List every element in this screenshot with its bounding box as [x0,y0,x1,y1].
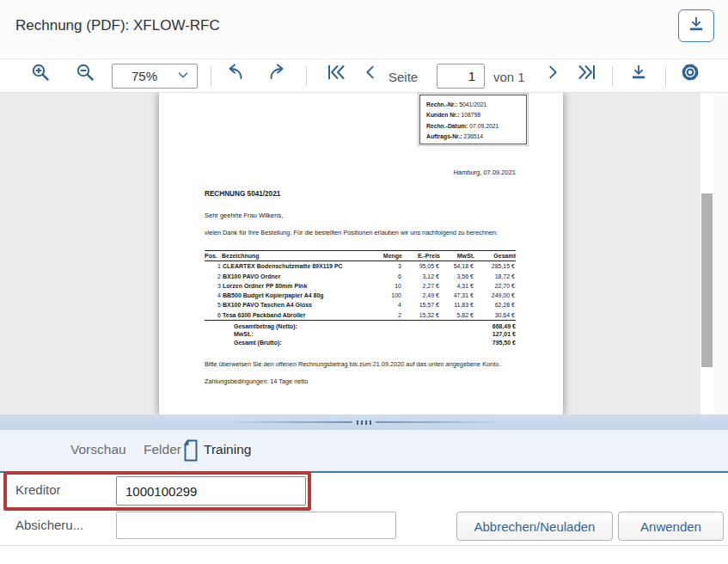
splitter-bar[interactable] [0,414,728,430]
page-title: Rechnung (PDF): XFLOW-RFC [15,17,220,34]
window-header: Rechnung (PDF): XFLOW-RFC [0,0,728,58]
cancel-reload-button[interactable]: Abbrechen/Neuladen [456,512,613,541]
invoice-date-line: Rechn.-Datum: 07.09.2021 [426,121,526,132]
fields-form: Kreditor Absicheru... Abbrechen/Neuladen… [0,473,728,564]
payment-note: Bitte überweisen Sie den offenen Rechnun… [205,360,500,368]
total-brutto-row: Gesamt (Brutto):795,50 € [205,339,516,346]
tab-training[interactable]: Training [204,442,251,457]
invoice-items-table: Pos. Bezeichnung Menge E.-Preis MwSt. Ge… [205,250,516,320]
total-mwst-row: MwSt.:127,01 € [205,330,516,338]
zoom-out-button[interactable] [70,59,100,89]
download-icon [687,15,706,37]
page-number-input[interactable] [437,64,485,89]
intro-text: vielen Dank für Ihre Bestellung. Für die… [205,229,498,236]
scrollbar-thumb[interactable] [701,193,713,367]
zoom-in-icon [30,62,51,86]
bottom-divider [0,545,728,546]
settings-button[interactable] [676,59,705,89]
kreditor-input[interactable] [116,476,306,506]
chevron-left-icon [361,63,380,85]
invoice-info-box: Rechn.-Nr.: 5041/2021 Kunden Nr.: 108798… [419,95,527,144]
absicherung-input[interactable] [116,512,396,539]
toolbar-separator [306,66,307,87]
order-number-line: Auftrags-Nr.: 236514 [426,132,526,142]
download-icon [629,63,648,85]
salutation: Sehr geehrte Frau Wilkens, [205,212,283,219]
invoice-viewer-window: Rechnung (PDF): XFLOW-RFC 75% [0,0,728,564]
zoom-level-select[interactable]: 75% [112,64,198,89]
download-pdf-button[interactable] [678,9,714,42]
chevron-down-icon [176,68,197,85]
table-row: 4BB500 Budget Kopierpapier A4 80g1002,49… [205,291,516,300]
table-row: 1CLEARTEX Bodenschutzmatte 89X119 PC395,… [205,261,516,272]
payment-terms: Zahlungsbedingungen: 14 Tage netto [205,377,308,385]
toolbar-download-button[interactable] [624,59,653,89]
apply-button[interactable]: Anwenden [618,512,724,541]
customer-number-line: Kunden Nr.: 108798 [426,110,526,120]
table-header-row: Pos. Bezeichnung Menge E.-Preis MwSt. Ge… [205,251,516,261]
splitter-grip-icon[interactable] [223,420,505,425]
toolbar-separator [665,66,666,87]
last-page-button[interactable] [572,59,602,89]
total-netto-row: Gesamtbetrag (Netto):668,49 € [205,322,516,330]
table-row: 2BX100 PAVO Ordner63,12 €3,56 €18,72 € [205,272,516,281]
table-row: 5BX100 PAVO Taschen A4 Gloss415,57 €11,8… [205,300,516,310]
next-page-button[interactable] [538,59,567,89]
chevron-right-icon [543,63,562,85]
pdf-toolbar: 75% Seite [0,58,728,93]
bottom-tab-bar: Vorschau Felder Training [0,430,728,473]
invoice-number-line: Rechn.-Nr.: 5041/2021 [426,100,526,110]
zoom-level-value: 75% [113,69,176,83]
tab-felder[interactable]: Felder [144,442,181,457]
viewer-right-margin [713,93,728,414]
last-page-icon [577,62,597,86]
document-icon [182,439,199,465]
vertical-scrollbar[interactable] [700,93,713,414]
redo-icon [267,62,288,86]
totals-block: Gesamtbetrag (Netto):668,49 € MwSt.:127,… [205,320,516,346]
toolbar-separator [211,66,211,87]
previous-page-button[interactable] [356,59,385,89]
page-total-label: von 1 [493,59,525,94]
invoice-title: RECHNUNG 5041/2021 [205,190,280,198]
redo-button[interactable] [263,59,292,89]
undo-button[interactable] [220,59,249,89]
zoom-out-icon [75,62,95,86]
toolbar-separator [612,66,613,87]
city-date: Hamburg, 07.09.2021 [453,169,516,176]
zoom-in-button[interactable] [26,59,55,89]
gear-icon [679,61,701,87]
first-page-button[interactable] [321,59,351,89]
kreditor-label: Kreditor [15,482,61,497]
page-label: Seite [388,59,418,94]
absicherung-label: Absicheru... [15,518,83,532]
pdf-page: Rechn.-Nr.: 5041/2021 Kunden Nr.: 108798… [159,93,563,414]
table-row: 6Tesa 6300 Packband Abroller215,32 €5,82… [205,310,516,320]
pdf-viewer-area: Rechn.-Nr.: 5041/2021 Kunden Nr.: 108798… [0,93,728,414]
tab-vorschau[interactable]: Vorschau [70,442,126,457]
table-row: 3Lorzen Ordner PP 80mm Pink102,27 €4,31 … [205,281,516,291]
first-page-icon [326,62,346,86]
undo-icon [224,62,245,86]
